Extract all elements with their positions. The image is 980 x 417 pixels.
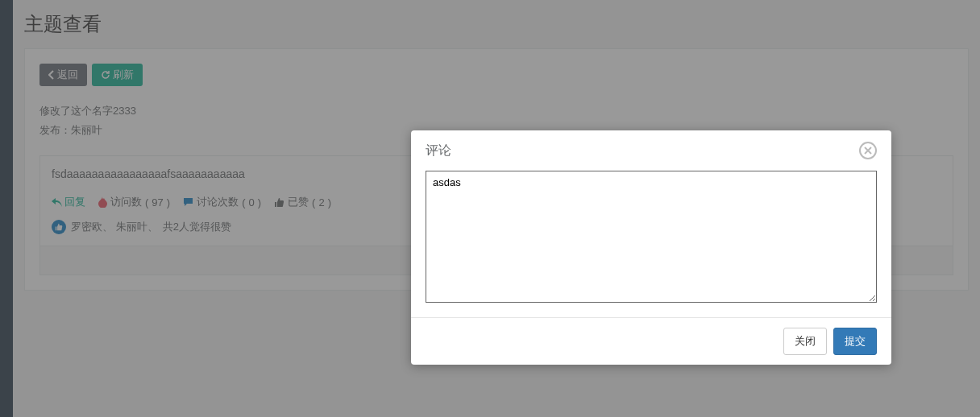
submit-button[interactable]: 提交 xyxy=(833,328,877,355)
modal-body xyxy=(411,171,891,317)
modal-header: 评论 xyxy=(411,130,891,171)
comment-modal: 评论 关闭 提交 xyxy=(411,130,891,365)
modal-footer: 关闭 提交 xyxy=(411,317,891,365)
comment-textarea[interactable] xyxy=(426,171,877,303)
cancel-button[interactable]: 关闭 xyxy=(783,328,827,355)
close-icon[interactable] xyxy=(859,142,877,159)
modal-title: 评论 xyxy=(426,142,451,159)
